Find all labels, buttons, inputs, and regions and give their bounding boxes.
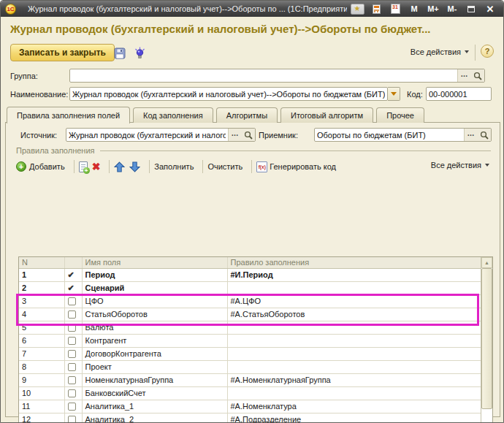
source-input[interactable]: [66, 129, 228, 141]
lookup-button[interactable]: [242, 129, 255, 141]
field-name-cell[interactable]: Валюта: [82, 321, 227, 334]
fill-rule-cell[interactable]: #А.Номенклатура: [227, 400, 481, 413]
checkbox[interactable]: [68, 310, 76, 319]
table-row[interactable]: 12Аналитика_2#А.Подразделение: [19, 413, 481, 423]
field-name-cell[interactable]: ДоговорКонтрагента: [82, 347, 227, 360]
field-name-cell[interactable]: БанковскийСчет: [82, 386, 227, 400]
close-window-button[interactable]: ✕: [481, 3, 499, 15]
clear-button[interactable]: Очистить: [207, 162, 243, 171]
row-check-cell[interactable]: [64, 321, 82, 334]
table-row[interactable]: 7ДоговорКонтрагента: [19, 347, 481, 360]
target-input[interactable]: [315, 129, 464, 141]
lookup-button[interactable]: [478, 129, 491, 141]
row-check-cell[interactable]: [64, 400, 82, 413]
tab-algorithms[interactable]: Алгоритмы: [216, 107, 278, 123]
checkbox[interactable]: [68, 363, 76, 371]
row-check-cell[interactable]: [64, 360, 82, 373]
delete-row-button[interactable]: ✖: [92, 161, 101, 172]
field-name-cell[interactable]: Сценарий: [82, 281, 227, 294]
calendar-button[interactable]: 31: [386, 3, 404, 15]
hint-button[interactable]: [131, 45, 148, 61]
table-row[interactable]: 2✔Сценарий: [19, 281, 481, 294]
help-button[interactable]: ?: [481, 45, 494, 58]
fill-rule-cell[interactable]: [227, 360, 481, 373]
row-check-cell[interactable]: [64, 308, 82, 321]
group-input[interactable]: [70, 69, 457, 82]
checkbox[interactable]: [68, 297, 76, 305]
field-name-cell[interactable]: Контрагент: [82, 334, 227, 347]
fill-rule-cell[interactable]: [227, 347, 481, 360]
table-row[interactable]: 6Контрагент: [19, 334, 481, 347]
fill-button[interactable]: Заполнить: [154, 162, 194, 171]
row-check-cell[interactable]: [64, 386, 82, 400]
field-name-cell[interactable]: ЦФО: [82, 294, 227, 308]
checkbox[interactable]: [68, 324, 76, 332]
ellipsis-button[interactable]: …: [458, 69, 471, 82]
field-name-cell[interactable]: Период: [82, 268, 227, 281]
table-row[interactable]: 10БанковскийСчет: [19, 386, 481, 400]
table-row[interactable]: 5Валюта: [19, 321, 481, 334]
favorites-button[interactable]: ★: [348, 3, 366, 15]
row-check-cell[interactable]: [64, 294, 82, 308]
checkmark-icon[interactable]: ✔: [68, 283, 75, 292]
fill-rule-cell[interactable]: [227, 281, 481, 294]
column-header-n[interactable]: N: [19, 257, 64, 268]
checkbox[interactable]: [68, 350, 76, 358]
column-header-rule[interactable]: Правило заполнения: [227, 257, 481, 268]
move-down-button[interactable]: [129, 161, 140, 172]
checkbox[interactable]: [68, 389, 76, 397]
row-check-cell[interactable]: [64, 373, 82, 386]
tab-other[interactable]: Прочее: [376, 107, 424, 123]
table-row[interactable]: 3ЦФО#А.ЦФО: [19, 294, 481, 308]
row-check-cell[interactable]: ✔: [64, 268, 82, 281]
fill-rule-cell[interactable]: [227, 386, 481, 400]
save-and-close-button[interactable]: Записать и закрыть: [10, 44, 115, 61]
fill-rule-cell[interactable]: #А.Подразделение: [227, 413, 481, 423]
memory-minus-button[interactable]: M-: [443, 3, 461, 15]
copy-row-button[interactable]: +: [79, 161, 88, 172]
table-row[interactable]: 8Проект: [19, 360, 481, 373]
checkbox[interactable]: [68, 376, 76, 384]
table-row[interactable]: 4СтатьяОборотов#А.СтатьяОборотов: [19, 308, 481, 321]
row-check-cell[interactable]: [64, 347, 82, 360]
fill-rule-cell[interactable]: [227, 334, 481, 347]
ellipsis-button[interactable]: …: [465, 129, 478, 141]
fill-rule-cell[interactable]: [227, 321, 481, 334]
row-check-cell[interactable]: [64, 413, 82, 423]
tab-fill-rules[interactable]: Правила заполнения полей: [7, 107, 130, 123]
lookup-button[interactable]: [471, 69, 484, 82]
ellipsis-button[interactable]: …: [229, 129, 242, 141]
column-header-field[interactable]: Имя поля: [82, 257, 227, 268]
field-name-cell[interactable]: НоменклатурнаяГруппа: [82, 373, 227, 386]
checkbox[interactable]: [68, 337, 76, 345]
scroll-up-button[interactable]: ▲: [481, 257, 492, 268]
checkbox[interactable]: [68, 403, 76, 411]
vertical-scrollbar[interactable]: ▲ ▼: [481, 257, 492, 423]
fill-rule-cell[interactable]: #А.ЦФО: [227, 294, 481, 308]
add-row-button[interactable]: + Добавить: [16, 161, 65, 172]
form-all-actions-button[interactable]: Все действия: [411, 47, 469, 56]
row-check-cell[interactable]: [64, 334, 82, 347]
table-all-actions-button[interactable]: Все действия: [431, 161, 489, 169]
checkmark-icon[interactable]: ✔: [68, 270, 75, 279]
scrollbar-thumb[interactable]: [481, 268, 492, 409]
field-name-cell[interactable]: СтатьяОборотов: [82, 308, 227, 321]
table-row[interactable]: 9НоменклатурнаяГруппа#А.НоменклатурнаяГр…: [19, 373, 481, 386]
field-name-cell[interactable]: Аналитика_1: [82, 400, 227, 413]
generate-code-button[interactable]: f(x) Генерировать код: [256, 161, 336, 172]
restore-window-button[interactable]: [462, 3, 480, 15]
fill-rule-cell[interactable]: #А.СтатьяОборотов: [227, 308, 481, 321]
tab-fill-code[interactable]: Код заполнения: [133, 107, 213, 123]
column-header-checkbox[interactable]: [64, 257, 82, 268]
table-row[interactable]: 11Аналитика_1#А.Номенклатура: [19, 400, 481, 413]
name-input[interactable]: [70, 88, 387, 100]
save-button[interactable]: [112, 45, 128, 61]
checkbox[interactable]: [68, 416, 76, 423]
field-name-cell[interactable]: Аналитика_2: [82, 413, 227, 423]
field-name-cell[interactable]: Проект: [82, 360, 227, 373]
name-dropdown-button[interactable]: [388, 87, 400, 101]
tab-final-algorithm[interactable]: Итоговый алгоритм: [280, 107, 373, 123]
calculator-button[interactable]: [367, 3, 385, 15]
move-up-button[interactable]: [114, 161, 125, 172]
row-check-cell[interactable]: ✔: [64, 281, 82, 294]
